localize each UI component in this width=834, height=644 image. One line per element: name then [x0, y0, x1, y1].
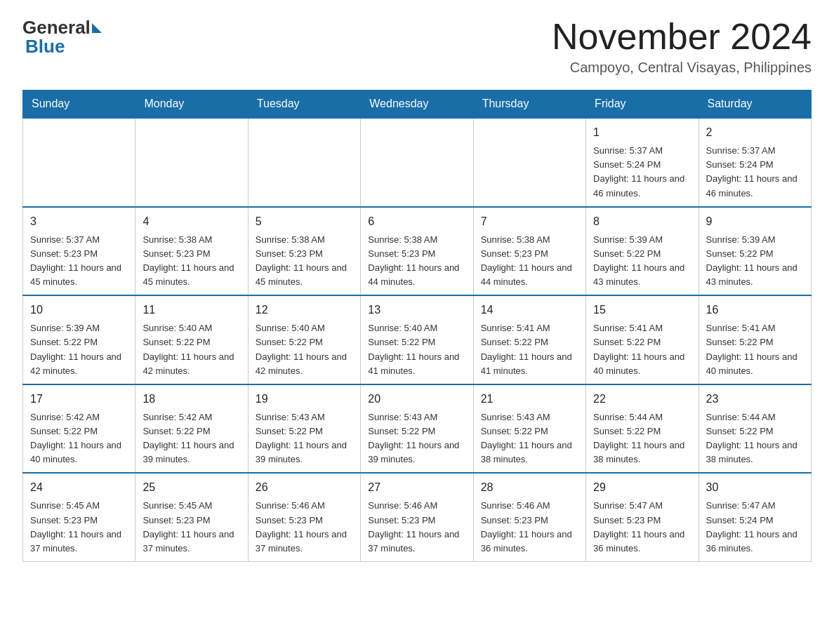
day-number: 24 — [30, 479, 128, 496]
calendar-cell: 7Sunrise: 5:38 AM Sunset: 5:23 PM Daylig… — [473, 207, 585, 296]
sun-info: Sunrise: 5:37 AM Sunset: 5:24 PM Dayligh… — [593, 144, 691, 201]
sun-info: Sunrise: 5:46 AM Sunset: 5:23 PM Dayligh… — [256, 499, 353, 556]
sun-info: Sunrise: 5:45 AM Sunset: 5:23 PM Dayligh… — [30, 499, 128, 556]
day-number: 11 — [143, 302, 240, 318]
calendar-cell: 15Sunrise: 5:41 AM Sunset: 5:22 PM Dayli… — [586, 295, 699, 384]
sun-info: Sunrise: 5:40 AM Sunset: 5:22 PM Dayligh… — [368, 321, 465, 378]
calendar-table: SundayMondayTuesdayWednesdayThursdayFrid… — [22, 90, 812, 562]
calendar-cell: 17Sunrise: 5:42 AM Sunset: 5:22 PM Dayli… — [23, 384, 135, 474]
calendar-cell: 24Sunrise: 5:45 AM Sunset: 5:23 PM Dayli… — [23, 473, 135, 561]
sun-info: Sunrise: 5:39 AM Sunset: 5:22 PM Dayligh… — [706, 233, 804, 290]
sun-info: Sunrise: 5:41 AM Sunset: 5:22 PM Dayligh… — [481, 321, 578, 378]
day-number: 13 — [368, 302, 465, 318]
calendar-cell: 30Sunrise: 5:47 AM Sunset: 5:24 PM Dayli… — [699, 473, 811, 561]
day-number: 12 — [256, 302, 353, 318]
day-number: 3 — [30, 213, 128, 230]
day-number: 19 — [256, 391, 353, 408]
day-number: 23 — [706, 391, 804, 408]
calendar-header-row: SundayMondayTuesdayWednesdayThursdayFrid… — [23, 90, 812, 119]
week-row-4: 17Sunrise: 5:42 AM Sunset: 5:22 PM Dayli… — [23, 384, 812, 474]
day-number: 22 — [593, 391, 691, 408]
sun-info: Sunrise: 5:43 AM Sunset: 5:22 PM Dayligh… — [368, 410, 465, 467]
day-number: 15 — [593, 302, 691, 318]
day-number: 17 — [30, 391, 128, 408]
calendar-cell: 23Sunrise: 5:44 AM Sunset: 5:22 PM Dayli… — [699, 384, 811, 474]
calendar-cell: 21Sunrise: 5:43 AM Sunset: 5:22 PM Dayli… — [473, 384, 585, 474]
sun-info: Sunrise: 5:43 AM Sunset: 5:22 PM Dayligh… — [256, 410, 353, 467]
day-header-sunday: Sunday — [23, 90, 135, 119]
week-row-1: 1Sunrise: 5:37 AM Sunset: 5:24 PM Daylig… — [23, 118, 812, 207]
sun-info: Sunrise: 5:39 AM Sunset: 5:22 PM Dayligh… — [593, 233, 691, 290]
calendar-cell: 2Sunrise: 5:37 AM Sunset: 5:24 PM Daylig… — [699, 118, 811, 207]
location-subtitle: Campoyo, Central Visayas, Philippines — [552, 60, 812, 76]
calendar-cell: 8Sunrise: 5:39 AM Sunset: 5:22 PM Daylig… — [586, 207, 699, 296]
sun-info: Sunrise: 5:39 AM Sunset: 5:22 PM Dayligh… — [30, 321, 128, 378]
week-row-5: 24Sunrise: 5:45 AM Sunset: 5:23 PM Dayli… — [23, 473, 812, 561]
sun-info: Sunrise: 5:38 AM Sunset: 5:23 PM Dayligh… — [368, 233, 465, 290]
calendar-cell: 5Sunrise: 5:38 AM Sunset: 5:23 PM Daylig… — [248, 207, 360, 296]
sun-info: Sunrise: 5:42 AM Sunset: 5:22 PM Dayligh… — [143, 410, 240, 467]
calendar-cell — [23, 118, 135, 207]
sun-info: Sunrise: 5:47 AM Sunset: 5:23 PM Dayligh… — [593, 499, 691, 556]
calendar-cell: 28Sunrise: 5:46 AM Sunset: 5:23 PM Dayli… — [473, 473, 585, 561]
day-header-friday: Friday — [586, 90, 699, 119]
day-number: 14 — [481, 302, 578, 318]
day-number: 18 — [143, 391, 240, 408]
day-header-saturday: Saturday — [699, 90, 811, 119]
sun-info: Sunrise: 5:45 AM Sunset: 5:23 PM Dayligh… — [143, 499, 240, 556]
calendar-cell: 12Sunrise: 5:40 AM Sunset: 5:22 PM Dayli… — [248, 295, 360, 384]
calendar-cell: 9Sunrise: 5:39 AM Sunset: 5:22 PM Daylig… — [699, 207, 811, 296]
day-header-wednesday: Wednesday — [361, 90, 473, 119]
day-number: 21 — [481, 391, 578, 408]
day-number: 29 — [593, 479, 691, 496]
sun-info: Sunrise: 5:44 AM Sunset: 5:22 PM Dayligh… — [593, 410, 691, 467]
calendar-cell: 10Sunrise: 5:39 AM Sunset: 5:22 PM Dayli… — [23, 295, 135, 384]
day-number: 20 — [368, 391, 465, 408]
day-number: 28 — [481, 479, 578, 496]
calendar-cell: 1Sunrise: 5:37 AM Sunset: 5:24 PM Daylig… — [586, 118, 699, 207]
day-number: 30 — [706, 479, 804, 496]
calendar-cell: 29Sunrise: 5:47 AM Sunset: 5:23 PM Dayli… — [586, 473, 699, 561]
day-number: 8 — [593, 213, 691, 230]
sun-info: Sunrise: 5:42 AM Sunset: 5:22 PM Dayligh… — [30, 410, 128, 467]
sun-info: Sunrise: 5:40 AM Sunset: 5:22 PM Dayligh… — [256, 321, 353, 378]
sun-info: Sunrise: 5:47 AM Sunset: 5:24 PM Dayligh… — [706, 499, 804, 556]
day-header-monday: Monday — [135, 90, 248, 119]
day-number: 9 — [706, 213, 804, 230]
day-number: 25 — [143, 479, 240, 496]
calendar-cell — [248, 118, 360, 207]
calendar-cell: 16Sunrise: 5:41 AM Sunset: 5:22 PM Dayli… — [699, 295, 811, 384]
calendar-cell: 26Sunrise: 5:46 AM Sunset: 5:23 PM Dayli… — [248, 473, 360, 561]
calendar-cell: 18Sunrise: 5:42 AM Sunset: 5:22 PM Dayli… — [135, 384, 248, 474]
calendar-cell: 25Sunrise: 5:45 AM Sunset: 5:23 PM Dayli… — [135, 473, 248, 561]
calendar-cell: 22Sunrise: 5:44 AM Sunset: 5:22 PM Dayli… — [586, 384, 699, 474]
day-number: 10 — [30, 302, 128, 318]
calendar-cell: 19Sunrise: 5:43 AM Sunset: 5:22 PM Dayli… — [248, 384, 360, 474]
sun-info: Sunrise: 5:43 AM Sunset: 5:22 PM Dayligh… — [481, 410, 578, 467]
day-number: 1 — [593, 124, 691, 141]
logo-general-text: General — [22, 17, 91, 38]
week-row-2: 3Sunrise: 5:37 AM Sunset: 5:23 PM Daylig… — [23, 207, 812, 296]
sun-info: Sunrise: 5:44 AM Sunset: 5:22 PM Dayligh… — [706, 410, 804, 467]
day-header-tuesday: Tuesday — [248, 90, 360, 119]
sun-info: Sunrise: 5:38 AM Sunset: 5:23 PM Dayligh… — [481, 233, 578, 290]
day-number: 7 — [481, 213, 578, 230]
logo-blue-text: Blue — [25, 36, 102, 58]
calendar-cell: 11Sunrise: 5:40 AM Sunset: 5:22 PM Dayli… — [135, 295, 248, 384]
page-header: General Blue November 2024 Campoyo, Cent… — [22, 17, 812, 76]
day-number: 16 — [706, 302, 804, 318]
calendar-cell: 6Sunrise: 5:38 AM Sunset: 5:23 PM Daylig… — [361, 207, 473, 296]
calendar-cell: 14Sunrise: 5:41 AM Sunset: 5:22 PM Dayli… — [473, 295, 585, 384]
sun-info: Sunrise: 5:46 AM Sunset: 5:23 PM Dayligh… — [481, 499, 578, 556]
calendar-cell: 27Sunrise: 5:46 AM Sunset: 5:23 PM Dayli… — [361, 473, 473, 561]
calendar-cell: 4Sunrise: 5:38 AM Sunset: 5:23 PM Daylig… — [135, 207, 248, 296]
day-number: 4 — [143, 213, 240, 230]
calendar-cell: 3Sunrise: 5:37 AM Sunset: 5:23 PM Daylig… — [23, 207, 135, 296]
sun-info: Sunrise: 5:41 AM Sunset: 5:22 PM Dayligh… — [593, 321, 691, 378]
calendar-cell: 13Sunrise: 5:40 AM Sunset: 5:22 PM Dayli… — [361, 295, 473, 384]
month-year-title: November 2024 — [552, 17, 812, 57]
calendar-cell: 20Sunrise: 5:43 AM Sunset: 5:22 PM Dayli… — [361, 384, 473, 474]
logo: General Blue — [22, 17, 102, 58]
sun-info: Sunrise: 5:37 AM Sunset: 5:24 PM Dayligh… — [706, 144, 804, 201]
logo-triangle-icon — [92, 23, 102, 33]
